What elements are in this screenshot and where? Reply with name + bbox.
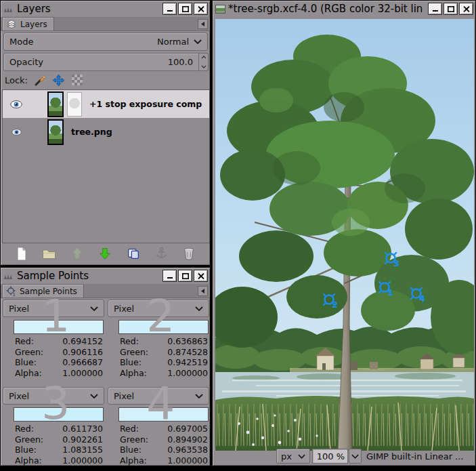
channel-label: Blue: — [15, 445, 37, 455]
channel-label: Alpha: — [120, 368, 147, 379]
sample-mode-value: Pixel — [9, 391, 29, 401]
tab-label: Layers — [20, 20, 47, 29]
channel-label: Alpha: — [120, 455, 147, 466]
opacity-label: Opacity — [9, 57, 43, 67]
channel-value: 1.000000 — [62, 368, 103, 379]
channel-value: 1.083155 — [62, 445, 103, 455]
new-layer-button[interactable] — [13, 245, 30, 262]
lock-pixels-icon[interactable] — [34, 74, 46, 86]
layer-mask-thumbnail[interactable] — [67, 92, 82, 117]
svg-text:1: 1 — [13, 292, 16, 297]
sample-point-panel-2: Pixel 2 Red:0.636863 Green:0.874528 Blue… — [108, 300, 209, 378]
channel-value: 0.697005 — [167, 424, 208, 434]
chevron-down-icon — [194, 39, 202, 44]
channel-value: 1.000000 — [62, 455, 103, 466]
minimize-button[interactable] — [163, 3, 177, 15]
chevron-down-icon — [298, 454, 305, 459]
delete-layer-button[interactable] — [180, 245, 198, 262]
marker-label: 1 — [387, 287, 393, 298]
channel-label: Green: — [15, 347, 43, 358]
channel-value: 0.942519 — [167, 357, 208, 368]
dialog-icon — [3, 272, 14, 280]
duplicate-icon — [127, 247, 140, 260]
unit-dropdown[interactable]: px — [276, 449, 310, 464]
zoom-input[interactable]: 100 % — [312, 449, 348, 464]
channel-value: 0.611730 — [62, 424, 103, 434]
sample-points-tabrow: 1 Sample Points — [1, 284, 210, 298]
minimize-button[interactable] — [163, 270, 177, 282]
channel-label: Red: — [120, 424, 139, 434]
layer-row-tree-png[interactable]: tree.png — [3, 118, 209, 146]
sample-point-marker-1[interactable]: 1 — [376, 280, 396, 300]
image-titlebar[interactable]: *tree-srgb.xcf-4.0 (RGB color 32-bit lin — [213, 1, 475, 17]
sample-point-panel-3: Pixel 3 Red:0.611730 Green:0.902261 Blue… — [3, 387, 104, 466]
duplicate-layer-button[interactable] — [125, 245, 142, 262]
eye-icon — [10, 100, 22, 108]
maximize-button[interactable] — [443, 3, 458, 15]
eye-icon — [12, 129, 22, 136]
desktop: Layers Layers — [0, 0, 476, 471]
maximize-icon — [182, 273, 189, 279]
layers-titlebar[interactable]: Layers — [1, 1, 210, 17]
lock-position-icon[interactable] — [52, 74, 65, 87]
sample-mode-value: Pixel — [9, 304, 29, 314]
visibility-toggle[interactable] — [3, 129, 30, 136]
lower-layer-button[interactable] — [96, 245, 114, 262]
maximize-button[interactable] — [178, 270, 192, 282]
channel-value: 0.902261 — [62, 434, 103, 445]
chevron-down-icon — [195, 306, 203, 311]
channel-label: Red: — [120, 336, 139, 347]
channel-value: 0.963538 — [167, 445, 208, 455]
opacity-spinner[interactable] — [199, 53, 209, 71]
opacity-slider[interactable]: Opacity 100.0 — [3, 53, 199, 71]
layer-mode-dropdown[interactable]: Mode Normal — [3, 33, 208, 51]
layers-icon — [6, 20, 17, 28]
marker-label: 2 — [332, 300, 338, 310]
minimize-button[interactable] — [428, 3, 442, 15]
layer-row-exposure-comp[interactable]: +1 stop exposure comp — [3, 90, 209, 118]
channel-value: 0.636863 — [167, 336, 208, 347]
chevron-down-icon — [195, 394, 203, 398]
sample-number: 4 — [146, 382, 175, 426]
dock-menu-button[interactable] — [198, 286, 208, 296]
layer-thumbnail[interactable] — [47, 91, 64, 117]
layer-thumbnail[interactable] — [47, 119, 64, 145]
spin-down-icon — [201, 65, 207, 68]
sample-point-marker-2[interactable]: 2 — [320, 292, 341, 312]
mode-label: Mode — [9, 37, 33, 47]
sample-points-grid: Pixel 1 Red:0.694152 Green:0.906116 Blue… — [3, 300, 209, 466]
minimize-icon — [167, 6, 173, 12]
dock-menu-button[interactable] — [198, 19, 208, 29]
sample-mode-value: Pixel — [114, 304, 134, 314]
sample-point-panel-1: Pixel 1 Red:0.694152 Green:0.906116 Blue… — [3, 300, 104, 378]
raise-layer-button[interactable] — [68, 245, 86, 262]
lock-alpha-icon[interactable] — [71, 74, 83, 86]
image-canvas[interactable]: 1 2 3 — [215, 19, 474, 451]
tab-layers[interactable]: Layers — [2, 17, 54, 30]
new-layer-group-button[interactable] — [41, 245, 58, 262]
close-button[interactable] — [194, 3, 208, 15]
color-profile-label: GIMP built-in Linear ... — [366, 451, 464, 462]
channel-label: Green: — [15, 434, 43, 445]
image-thumbnail-icon — [215, 5, 225, 14]
channel-label: Alpha: — [15, 455, 42, 466]
close-button[interactable] — [194, 270, 208, 282]
minimize-icon — [167, 273, 173, 279]
sample-points-titlebar[interactable]: Sample Points — [1, 268, 210, 284]
sample-point-marker-4[interactable]: 4 — [408, 286, 428, 306]
visibility-toggle[interactable] — [3, 100, 30, 108]
close-button[interactable] — [459, 3, 473, 15]
sample-point-marker-3[interactable]: 3 — [382, 251, 402, 271]
chevron-down-icon — [351, 454, 359, 459]
chevron-down-icon — [90, 306, 98, 311]
left-triangle-icon — [200, 288, 206, 294]
opacity-value: 100.0 — [168, 57, 193, 67]
zoom-dropdown-button[interactable] — [349, 449, 362, 464]
layers-toolbar — [1, 243, 210, 264]
sample-point-panel-4: Pixel 4 Red:0.697005 Green:0.894902 Blue… — [108, 387, 209, 466]
maximize-icon — [182, 6, 189, 12]
anchor-layer-button[interactable] — [152, 245, 170, 262]
channel-label: Green: — [120, 347, 148, 358]
window-title: *tree-srgb.xcf-4.0 (RGB color 32-bit lin — [228, 3, 427, 15]
maximize-button[interactable] — [178, 3, 192, 15]
